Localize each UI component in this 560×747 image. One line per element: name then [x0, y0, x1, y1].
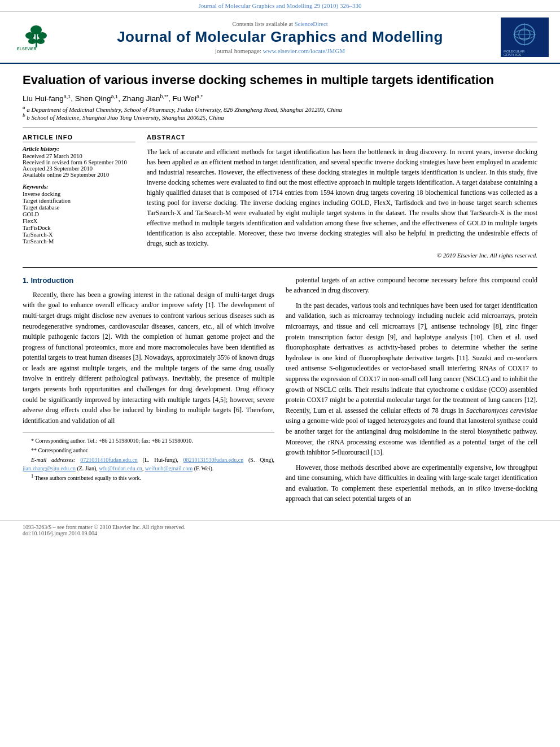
accepted-date: Accepted 23 September 2010 — [23, 165, 135, 172]
elsevier-logo-block: ELSEVIER — [11, 23, 68, 51]
footnotes-block: * Corresponding author. Tel.: +86 21 519… — [23, 433, 274, 482]
article-info-heading: ARTICLE INFO — [23, 134, 135, 142]
keyword-7: TarSearch-X — [23, 231, 135, 238]
affiliation-a: a a Department of Medicinal Chemistry, S… — [23, 106, 537, 113]
svg-text:GRAPHICS: GRAPHICS — [504, 53, 521, 56]
journal-citation: Journal of Molecular Graphics and Modell… — [199, 2, 362, 9]
svg-point-6 — [37, 38, 45, 44]
available-date: Available online 29 September 2010 — [23, 172, 135, 178]
keywords-label: Keywords: — [23, 184, 135, 190]
keyword-4: GOLD — [23, 211, 135, 217]
abstract-block: ABSTRACT The lack of accurate and effici… — [147, 134, 537, 259]
affiliation-b: b b School of Medicine, Shanghai Jiao To… — [23, 114, 537, 121]
journal-title-block: Contents lists available at ScienceDirec… — [68, 21, 492, 54]
introduction-heading: 1. Introduction — [23, 275, 274, 286]
info-abstract-section: ARTICLE INFO Article history: Received 2… — [23, 128, 537, 259]
authors-line: Liu Hui-fanga,1, Shen Qinga,1, Zhang Jia… — [23, 94, 537, 103]
keyword-5: FlexX — [23, 218, 135, 224]
footnote-email: E-mail addresses: 0721031410fudan.edu.cn… — [23, 456, 274, 473]
svg-point-5 — [28, 38, 36, 44]
body-col-left: 1. Introduction Recently, there has been… — [23, 275, 274, 509]
keyword-1: Inverse docking — [23, 191, 135, 197]
svg-point-4 — [38, 32, 47, 39]
svg-text:ELSEVIER: ELSEVIER — [17, 47, 37, 51]
article-info-block: ARTICLE INFO Article history: Received 2… — [23, 134, 135, 259]
journal-citation-bar: Journal of Molecular Graphics and Modell… — [0, 0, 560, 12]
keyword-6: TarFisDock — [23, 225, 135, 231]
journal-title: Journal of Molecular Graphics and Modell… — [68, 28, 492, 46]
intro-title: Introduction — [30, 276, 73, 285]
received-date: Received 27 March 2010 — [23, 153, 135, 159]
intro-num: 1. — [23, 276, 29, 285]
issn-line: 1093-3263/$ – see front matter © 2010 El… — [23, 524, 185, 530]
journal-header: ELSEVIER Contents lists available at Sci… — [0, 12, 560, 64]
contents-line: Contents lists available at ScienceDirec… — [68, 21, 492, 27]
intro-para-2: potential targets of an active compound … — [286, 275, 537, 296]
received-revised-date: Received in revised form 6 September 201… — [23, 159, 135, 165]
keyword-8: TarSearch-M — [23, 238, 135, 244]
footnote-equal: 1 These authors contributed equally to t… — [23, 474, 274, 482]
svg-point-3 — [25, 32, 34, 39]
affiliations: a a Department of Medicinal Chemistry, S… — [23, 106, 537, 121]
intro-para-4: However, those methods described above a… — [286, 462, 537, 504]
footnote-doublestar: ** Corresponding author. — [23, 446, 274, 455]
journal-homepage: journal homepage: www.elsevier.com/locat… — [68, 47, 492, 54]
main-content: Evaluation of various inverse docking sc… — [0, 64, 560, 520]
introduction-section: 1. Introduction Recently, there has been… — [23, 267, 537, 509]
copyright-line: © 2010 Elsevier Inc. All rights reserved… — [147, 252, 537, 259]
doi-line: doi:10.1016/j.jmgm.2010.09.004 — [23, 530, 97, 536]
intro-para-1: Recently, there has been a growing inter… — [23, 290, 274, 426]
intro-para-3: In the past decades, various tools and t… — [286, 300, 537, 458]
abstract-text: The lack of accurate and efficient metho… — [147, 147, 537, 248]
keywords-block: Keywords: Inverse docking Target identif… — [23, 184, 135, 244]
sciencedirect-link[interactable]: ScienceDirect — [295, 21, 328, 27]
keyword-3: Target database — [23, 204, 135, 211]
footnote-star: * Corresponding author. Tel.: +86 21 519… — [23, 436, 274, 445]
body-col-right: potential targets of an active compound … — [286, 275, 537, 509]
bottom-bar: 1093-3263/$ – see front matter © 2010 El… — [0, 520, 560, 540]
history-label: Article history: — [23, 146, 135, 152]
abstract-heading: ABSTRACT — [147, 134, 537, 142]
journal-cover-image: MOLECULAR GRAPHICS — [492, 18, 549, 57]
keyword-2: Target identification — [23, 198, 135, 204]
elsevier-logo-icon: ELSEVIER — [14, 23, 65, 51]
homepage-url[interactable]: www.elsevier.com/locate/JMGM — [263, 47, 345, 54]
journal-cover-icon: MOLECULAR GRAPHICS — [501, 18, 549, 57]
article-title: Evaluation of various inverse docking sc… — [23, 72, 537, 89]
